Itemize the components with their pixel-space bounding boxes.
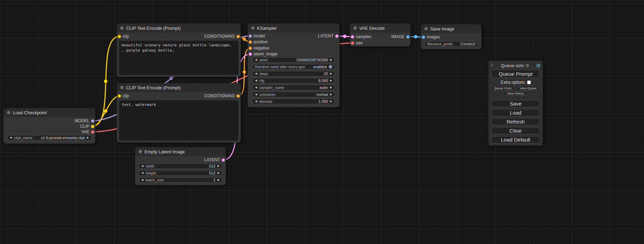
node-title: CLIP Text Encode (Prompt)	[126, 85, 181, 90]
decrement-arrow-icon[interactable]: ◀	[141, 165, 143, 168]
collapse-dot[interactable]	[251, 26, 255, 30]
widget-denoise[interactable]: ◀ denoise 1.000 ▶	[252, 99, 335, 104]
save-button[interactable]: Save	[491, 100, 540, 107]
decrement-arrow-icon[interactable]: ◀	[255, 86, 257, 89]
queue-front-button[interactable]: Queue Front	[491, 86, 514, 90]
slot-label: clip	[123, 93, 129, 98]
slot-dot-conditioning[interactable]	[237, 94, 240, 98]
increment-arrow-icon[interactable]: ▶	[87, 136, 89, 139]
node-titlebar[interactable]: CLIP Text Encode (Prompt)	[117, 83, 241, 92]
node-titlebar[interactable]: Load Checkpoint	[3, 108, 95, 117]
increment-arrow-icon[interactable]: ▶	[218, 172, 220, 174]
widget-seed[interactable]: ◀ seed 156680208700286 ▶	[252, 57, 335, 63]
increment-arrow-icon[interactable]: ▶	[330, 79, 332, 82]
widget-batch-size[interactable]: ◀ batch_size 1 ▶	[139, 177, 222, 183]
slot-label: samples	[356, 34, 371, 39]
graph-canvas[interactable]: Load Checkpoint MODEL CLIP VAE ◀ ckpt_na…	[0, 0, 644, 244]
node-titlebar[interactable]: KSampler	[248, 24, 339, 33]
view-history-button[interactable]: View History	[503, 91, 528, 96]
input-slot-images: images	[421, 34, 440, 40]
slot-dot-model[interactable]	[249, 35, 252, 38]
prompt-textarea[interactable]: text, watermark	[119, 100, 238, 141]
node-load-checkpoint[interactable]: Load Checkpoint MODEL CLIP VAE ◀ ckpt_na…	[3, 108, 95, 144]
refresh-button[interactable]: Refresh	[491, 118, 540, 125]
node-save-image[interactable]: Save Image images filename_prefix ComfyU…	[421, 24, 482, 49]
widget-random-seed-toggle[interactable]: Random seed after every gen enabled	[252, 64, 335, 70]
increment-arrow-icon[interactable]: ▶	[218, 179, 220, 181]
node-titlebar[interactable]: VAE Decode	[350, 24, 411, 33]
slot-dot-clip[interactable]	[91, 125, 94, 128]
node-vae-decode[interactable]: VAE Decode samples vae IMAGE	[350, 24, 411, 46]
load-button[interactable]: Load	[491, 109, 540, 116]
widget-scheduler[interactable]: ◀ scheduler normal ▶	[252, 92, 335, 97]
widget-label: height	[145, 171, 156, 175]
decrement-arrow-icon[interactable]: ◀	[141, 179, 143, 181]
slot-dot-clip[interactable]	[118, 35, 121, 38]
decrement-arrow-icon[interactable]: ◀	[255, 100, 257, 103]
collapse-dot[interactable]	[120, 86, 124, 89]
slot-dot-model[interactable]	[91, 119, 94, 123]
slot-label: MODEL	[74, 118, 89, 123]
decrement-arrow-icon[interactable]: ◀	[10, 136, 12, 139]
node-ksampler[interactable]: KSampler model positive negative latent_…	[248, 24, 339, 107]
settings-gear-icon[interactable]: ⚙	[536, 63, 541, 68]
node-empty-latent-image[interactable]: Empty Latent Image LATENT ◀ width 512 ▶ …	[135, 147, 226, 185]
widget-filename-prefix[interactable]: filename_prefix ComfyUI	[424, 41, 478, 47]
input-slot-clip: clip	[117, 93, 129, 99]
slot-dot-latent[interactable]	[249, 53, 252, 56]
node-titlebar[interactable]: Empty Latent Image	[135, 147, 226, 156]
slot-dot-conditioning[interactable]	[249, 47, 252, 50]
queue-menu-panel: ⠿ Queue size: 0 ⚙ Queue Prompt Extra opt…	[488, 61, 543, 146]
increment-arrow-icon[interactable]: ▶	[330, 100, 332, 103]
collapse-dot[interactable]	[424, 27, 428, 30]
slot-dot-conditioning[interactable]	[249, 40, 252, 44]
widget-steps[interactable]: ◀ steps 20 ▶	[252, 71, 335, 76]
slot-dot-latent[interactable]	[335, 35, 338, 38]
widget-cfg[interactable]: ◀ cfg 8.000 ▶	[252, 78, 335, 83]
clear-button[interactable]: Clear	[491, 127, 540, 134]
slot-dot-latent[interactable]	[351, 35, 354, 38]
slot-dot-image[interactable]	[422, 36, 425, 39]
node-titlebar[interactable]: CLIP Text Encode (Prompt)	[117, 24, 241, 33]
drag-handle-icon[interactable]: ⠿	[491, 63, 493, 68]
toggle-dot-icon[interactable]	[329, 65, 332, 69]
increment-arrow-icon[interactable]: ▶	[330, 93, 332, 96]
extra-options-checkbox[interactable]	[527, 81, 531, 84]
queue-prompt-button[interactable]: Queue Prompt	[491, 70, 540, 78]
view-queue-button[interactable]: View Queue	[516, 86, 540, 90]
widget-label: width	[145, 164, 155, 168]
collapse-dot[interactable]	[353, 26, 357, 30]
widget-height[interactable]: ◀ height 512 ▶	[139, 170, 222, 176]
slot-dot-latent[interactable]	[222, 159, 225, 162]
collapse-dot[interactable]	[7, 111, 10, 114]
decrement-arrow-icon[interactable]: ◀	[255, 58, 257, 61]
decrement-arrow-icon[interactable]: ◀	[255, 79, 257, 82]
widget-width[interactable]: ◀ width 512 ▶	[139, 163, 222, 169]
prompt-textarea[interactable]: beautiful scenery nature glass bottle la…	[119, 41, 238, 75]
collapse-dot[interactable]	[139, 150, 142, 153]
load-default-button[interactable]: Load Default	[491, 136, 540, 143]
slot-dot-clip[interactable]	[118, 94, 121, 98]
increment-arrow-icon[interactable]: ▶	[330, 58, 332, 61]
slot-dot-vae[interactable]	[91, 130, 94, 134]
increment-arrow-icon[interactable]: ▶	[218, 165, 220, 168]
decrement-arrow-icon[interactable]: ◀	[255, 93, 257, 96]
widget-value: normal	[316, 92, 328, 97]
widget-sampler-name[interactable]: ◀ sampler_name euler ▶	[252, 85, 335, 90]
slot-dot-vae[interactable]	[351, 42, 354, 45]
decrement-arrow-icon[interactable]: ◀	[255, 72, 257, 75]
slot-dot-image[interactable]	[406, 35, 409, 38]
output-slot-latent: LATENT	[204, 157, 226, 163]
node-clip-text-encode-positive[interactable]: CLIP Text Encode (Prompt) clip CONDITION…	[117, 24, 241, 77]
widget-ckpt-name[interactable]: ◀ ckpt_name v1-5-pruned-emaonly.ckpt ▶	[7, 135, 92, 141]
node-clip-text-encode-negative[interactable]: CLIP Text Encode (Prompt) clip CONDITION…	[117, 83, 241, 143]
widget-label: ckpt_name	[14, 136, 33, 140]
output-slot-image: IMAGE	[391, 34, 411, 39]
slot-dot-conditioning[interactable]	[237, 35, 240, 38]
increment-arrow-icon[interactable]: ▶	[330, 72, 332, 75]
node-title: CLIP Text Encode (Prompt)	[126, 26, 181, 31]
decrement-arrow-icon[interactable]: ◀	[141, 172, 143, 174]
node-titlebar[interactable]: Save Image	[421, 24, 482, 33]
collapse-dot[interactable]	[120, 26, 124, 30]
increment-arrow-icon[interactable]: ▶	[330, 86, 332, 89]
